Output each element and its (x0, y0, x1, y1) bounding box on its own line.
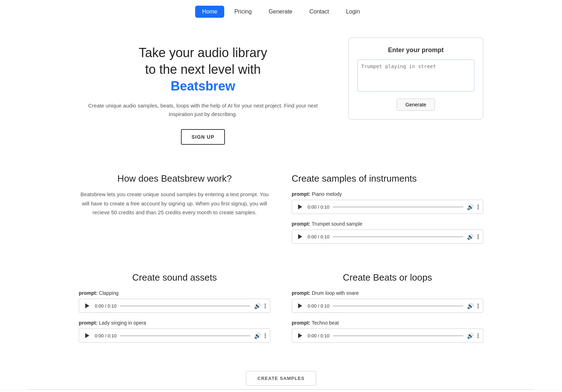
volume-sa-0[interactable]: 🔊 (254, 303, 261, 309)
instruments-audio-player-0: 0:00 / 0:10 🔊 (292, 200, 483, 214)
prompt-box: Enter your prompt Generate (348, 38, 483, 120)
create-samples-row: CREATE SAMPLES (0, 364, 562, 389)
menu-sa-1[interactable] (265, 333, 266, 338)
instruments-audio-player-1: 0:00 / 0:10 🔊 (292, 230, 483, 244)
time-display-0: 0:00 / 0:10 (308, 204, 329, 210)
hero-section: Take your audio library to the next leve… (50, 23, 512, 159)
nav-pricing[interactable]: Pricing (227, 6, 259, 18)
hero-headline: Take your audio library to the next leve… (79, 45, 327, 94)
play-button-sa-0[interactable] (83, 302, 91, 310)
beats-audio-0: 0:00 / 0:10 🔊 (292, 299, 483, 313)
time-b-0: 0:00 / 0:10 (308, 303, 329, 309)
nav-login[interactable]: Login (339, 6, 367, 18)
svg-marker-0 (298, 204, 302, 209)
nav-home[interactable]: Home (195, 6, 225, 18)
sound-assets-audio-0: 0:00 / 0:10 🔊 (79, 299, 270, 313)
how-it-works-col: How does Beatsbrew work? Beatsbrew lets … (79, 173, 270, 251)
volume-icon-0[interactable]: 🔊 (467, 204, 474, 210)
menu-icon-1[interactable] (478, 234, 479, 239)
menu-b-1[interactable] (478, 333, 479, 338)
svg-marker-3 (85, 333, 89, 338)
play-button-0[interactable] (296, 203, 304, 211)
instruments-prompt-label-0: prompt: Piano melody (292, 191, 483, 197)
volume-icon-1[interactable]: 🔊 (467, 233, 474, 240)
svg-marker-5 (298, 333, 302, 338)
progress-bar-1[interactable] (333, 236, 463, 237)
how-it-works-title: How does Beatsbrew work? (79, 173, 270, 184)
sound-assets-title: Create sound assets (79, 272, 270, 283)
navigation: Home Pricing Generate Contact Login (0, 0, 562, 23)
menu-icon-0[interactable] (478, 205, 479, 209)
generate-button[interactable]: Generate (397, 99, 435, 111)
progress-sa-1[interactable] (120, 335, 250, 336)
instruments-col: Create samples of instruments prompt: Pi… (292, 173, 483, 251)
play-button-sa-1[interactable] (83, 332, 91, 339)
how-it-works-description: Beatsbrew lets you create unique sound s… (79, 190, 270, 217)
signup-button[interactable]: SIGN UP (181, 129, 225, 145)
nav-contact[interactable]: Contact (302, 6, 336, 18)
instruments-title: Create samples of instruments (292, 173, 483, 184)
time-sa-0: 0:00 / 0:10 (95, 303, 116, 309)
footer: © 2023 Beatsbrew (0, 390, 562, 392)
time-display-1: 0:00 / 0:10 (308, 234, 329, 239)
play-button-1[interactable] (296, 233, 304, 241)
create-samples-button[interactable]: CREATE SAMPLES (246, 371, 316, 386)
nav-generate[interactable]: Generate (261, 6, 299, 18)
beats-prompt-label-0: prompt: Drum loop with snare (292, 290, 483, 296)
sound-assets-col: Create sound assets prompt: Clapping 0:0… (79, 272, 270, 350)
time-sa-1: 0:00 / 0:10 (95, 333, 116, 338)
bottom-row: Create sound assets prompt: Clapping 0:0… (50, 265, 512, 364)
volume-b-1[interactable]: 🔊 (467, 332, 474, 339)
progress-bar-0[interactable] (333, 206, 463, 208)
progress-b-0[interactable] (333, 305, 463, 307)
prompt-textarea[interactable] (357, 60, 474, 92)
sound-assets-audio-1: 0:00 / 0:10 🔊 (79, 328, 270, 343)
hero-description: Create unique audio samples, beats, loop… (79, 101, 327, 118)
time-b-1: 0:00 / 0:10 (308, 333, 329, 338)
progress-sa-0[interactable] (120, 305, 250, 307)
progress-b-1[interactable] (333, 335, 463, 336)
sound-assets-prompt-label-0: prompt: Clapping (79, 290, 270, 296)
menu-b-0[interactable] (478, 304, 479, 308)
svg-marker-2 (85, 303, 89, 308)
prompt-box-title: Enter your prompt (357, 46, 474, 54)
volume-b-0[interactable]: 🔊 (467, 303, 474, 309)
beats-prompt-label-1: prompt: Techno beat (292, 320, 483, 326)
svg-marker-1 (298, 234, 302, 239)
svg-marker-4 (298, 303, 302, 308)
sound-assets-prompt-label-1: prompt: Lady singing in opera (79, 320, 270, 326)
how-it-works-row: How does Beatsbrew work? Beatsbrew lets … (50, 159, 512, 265)
hero-left: Take your audio library to the next leve… (79, 38, 327, 145)
play-button-b-1[interactable] (296, 332, 304, 339)
menu-sa-0[interactable] (265, 304, 266, 308)
beats-title: Create Beats or loops (292, 272, 483, 283)
play-button-b-0[interactable] (296, 302, 304, 310)
beats-col: Create Beats or loops prompt: Drum loop … (292, 272, 483, 350)
beats-audio-1: 0:00 / 0:10 🔊 (292, 328, 483, 343)
instruments-prompt-label-1: prompt: Trumpet sound sample (292, 221, 483, 227)
volume-sa-1[interactable]: 🔊 (254, 332, 261, 339)
brand-name: Beatsbrew (171, 79, 235, 93)
